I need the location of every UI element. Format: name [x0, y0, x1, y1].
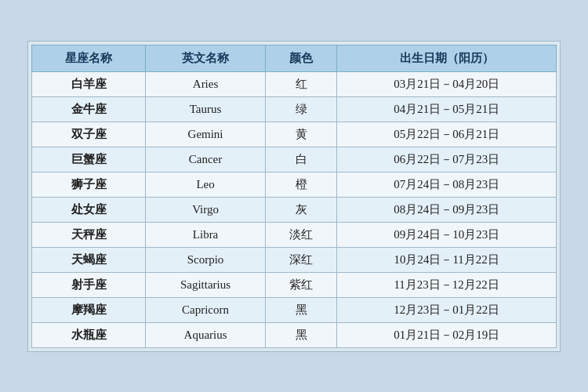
cell-dates: 04月21日－05月21日: [337, 96, 557, 122]
cell-dates: 05月22日－06月21日: [337, 122, 557, 147]
cell-english-name: Libra: [146, 222, 266, 247]
table-header-row: 星座名称 英文名称 颜色 出生日期（阳历）: [32, 45, 557, 71]
header-english-name: 英文名称: [146, 45, 266, 71]
cell-english-name: Taurus: [146, 96, 266, 122]
table-row: 处女座Virgo灰08月24日－09月23日: [32, 197, 557, 222]
cell-color: 黄: [265, 122, 336, 147]
cell-color: 白: [265, 147, 336, 172]
table-row: 射手座Sagittarius紫红11月23日－12月22日: [32, 272, 557, 297]
cell-color: 黑: [265, 297, 336, 322]
table-row: 水瓶座Aquarius黑01月21日－02月19日: [32, 322, 557, 347]
cell-dates: 10月24日－11月22日: [337, 247, 557, 272]
cell-chinese-name: 巨蟹座: [32, 147, 146, 172]
cell-chinese-name: 双子座: [32, 122, 146, 147]
cell-dates: 01月21日－02月19日: [337, 322, 557, 347]
cell-chinese-name: 狮子座: [32, 172, 146, 197]
cell-chinese-name: 射手座: [32, 272, 146, 297]
header-chinese-name: 星座名称: [32, 45, 146, 71]
cell-dates: 03月21日－04月20日: [337, 71, 557, 96]
cell-color: 淡红: [265, 222, 336, 247]
cell-dates: 08月24日－09月23日: [337, 197, 557, 222]
header-color: 颜色: [265, 45, 336, 71]
cell-color: 黑: [265, 322, 336, 347]
table-row: 巨蟹座Cancer白06月22日－07月23日: [32, 147, 557, 172]
cell-color: 绿: [265, 96, 336, 122]
cell-english-name: Scorpio: [146, 247, 266, 272]
cell-english-name: Virgo: [146, 197, 266, 222]
cell-color: 橙: [265, 172, 336, 197]
table-row: 白羊座Aries红03月21日－04月20日: [32, 71, 557, 96]
cell-chinese-name: 摩羯座: [32, 297, 146, 322]
cell-english-name: Aries: [146, 71, 266, 96]
zodiac-table-container: 星座名称 英文名称 颜色 出生日期（阳历） 白羊座Aries红03月21日－04…: [27, 41, 561, 352]
cell-color: 红: [265, 71, 336, 96]
cell-english-name: Aquarius: [146, 322, 266, 347]
cell-english-name: Capricorn: [146, 297, 266, 322]
table-row: 天蝎座Scorpio深红10月24日－11月22日: [32, 247, 557, 272]
table-row: 双子座Gemini黄05月22日－06月21日: [32, 122, 557, 147]
cell-english-name: Cancer: [146, 147, 266, 172]
cell-english-name: Gemini: [146, 122, 266, 147]
cell-chinese-name: 天蝎座: [32, 247, 146, 272]
cell-dates: 09月24日－10月23日: [337, 222, 557, 247]
table-body: 白羊座Aries红03月21日－04月20日金牛座Taurus绿04月21日－0…: [32, 71, 557, 347]
header-dates: 出生日期（阳历）: [337, 45, 557, 71]
cell-chinese-name: 处女座: [32, 197, 146, 222]
cell-dates: 12月23日－01月22日: [337, 297, 557, 322]
cell-chinese-name: 天秤座: [32, 222, 146, 247]
cell-chinese-name: 金牛座: [32, 96, 146, 122]
table-row: 狮子座Leo橙07月24日－08月23日: [32, 172, 557, 197]
cell-dates: 11月23日－12月22日: [337, 272, 557, 297]
zodiac-table: 星座名称 英文名称 颜色 出生日期（阳历） 白羊座Aries红03月21日－04…: [31, 45, 557, 348]
cell-chinese-name: 水瓶座: [32, 322, 146, 347]
cell-color: 灰: [265, 197, 336, 222]
cell-dates: 06月22日－07月23日: [337, 147, 557, 172]
cell-chinese-name: 白羊座: [32, 71, 146, 96]
cell-color: 紫红: [265, 272, 336, 297]
cell-english-name: Sagittarius: [146, 272, 266, 297]
cell-dates: 07月24日－08月23日: [337, 172, 557, 197]
table-row: 摩羯座Capricorn黑12月23日－01月22日: [32, 297, 557, 322]
table-row: 金牛座Taurus绿04月21日－05月21日: [32, 96, 557, 122]
cell-color: 深红: [265, 247, 336, 272]
table-row: 天秤座Libra淡红09月24日－10月23日: [32, 222, 557, 247]
cell-english-name: Leo: [146, 172, 266, 197]
